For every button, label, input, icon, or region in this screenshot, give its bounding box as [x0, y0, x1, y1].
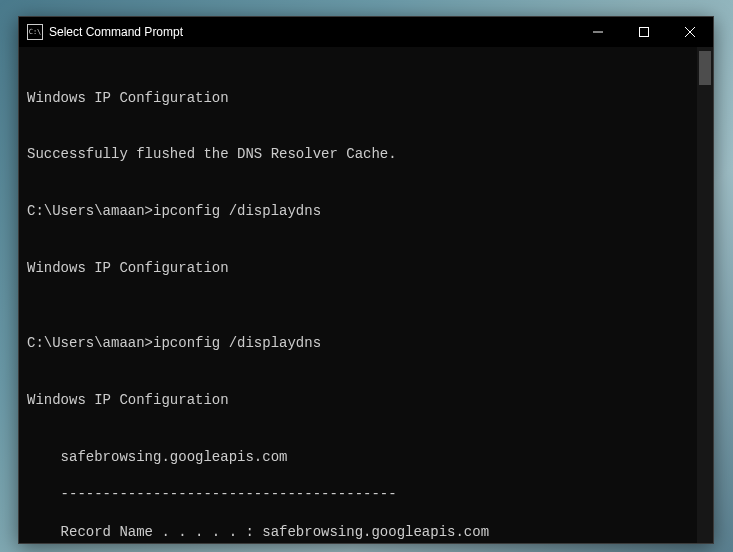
svg-rect-1	[640, 28, 649, 37]
prompt-line: C:\Users\amaan>ipconfig /displaydns	[27, 334, 713, 353]
maximize-button[interactable]	[621, 17, 667, 47]
output-line: safebrowsing.googleapis.com	[27, 448, 713, 467]
cmd-icon: C:\	[27, 24, 43, 40]
prompt-line: C:\Users\amaan>ipconfig /displaydns	[27, 202, 713, 221]
output-line: Windows IP Configuration	[27, 89, 713, 108]
close-icon	[685, 27, 695, 37]
minimize-icon	[593, 27, 603, 37]
titlebar[interactable]: C:\ Select Command Prompt	[19, 17, 713, 47]
window-title: Select Command Prompt	[49, 25, 575, 39]
output-line: ----------------------------------------	[27, 485, 713, 504]
output-line: Record Name . . . . . : safebrowsing.goo…	[27, 523, 713, 542]
minimize-button[interactable]	[575, 17, 621, 47]
window-controls	[575, 17, 713, 47]
close-button[interactable]	[667, 17, 713, 47]
output-line: Successfully flushed the DNS Resolver Ca…	[27, 145, 713, 164]
terminal-output[interactable]: Windows IP Configuration Successfully fl…	[19, 47, 713, 543]
output-line: Windows IP Configuration	[27, 391, 713, 410]
scroll-thumb[interactable]	[699, 51, 711, 85]
scrollbar[interactable]	[697, 47, 713, 543]
maximize-icon	[639, 27, 649, 37]
output-line: Windows IP Configuration	[27, 259, 713, 278]
command-prompt-window: C:\ Select Command Prompt Windows IP Con…	[18, 16, 714, 544]
